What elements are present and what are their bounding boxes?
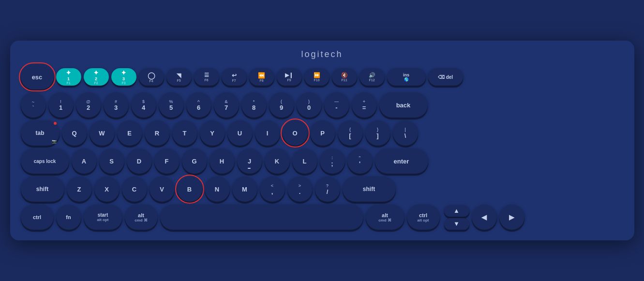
key-tab[interactable]: tab 📷 [21, 120, 60, 146]
key-quote[interactable]: " ' [347, 148, 373, 174]
key-f1[interactable]: ✦ 1 F1 [56, 68, 81, 86]
key-r[interactable]: R [145, 120, 170, 146]
key-1[interactable]: ! 1 [48, 92, 74, 118]
key-capslock[interactable]: caps lock [21, 148, 69, 174]
key-f11[interactable]: 🔇 F11 [332, 68, 357, 86]
keyboard-wrapper: logitech esc ✦ 1 F1 ✦ 2 F2 ✦ 3 F3 [10, 41, 634, 240]
key-5[interactable]: % 5 [159, 92, 184, 118]
key-m[interactable]: M [232, 177, 257, 202]
key-4[interactable]: $ 4 [131, 92, 156, 118]
shift-row: shift Z X C V B N M < , > . ? / shift [21, 177, 624, 202]
key-f8[interactable]: ⏪ F8 [249, 68, 274, 86]
key-comma[interactable]: < , [260, 177, 285, 202]
key-f6[interactable]: ☰ F6 [194, 68, 219, 86]
key-8[interactable]: * 8 [241, 92, 267, 118]
key-k[interactable]: K [265, 148, 290, 174]
key-fn[interactable]: fn [56, 205, 81, 230]
key-y[interactable]: Y [200, 120, 225, 146]
bottom-row: ctrl fn start alt opt alt cmd ⌘ alt cmd … [21, 205, 624, 230]
key-f3[interactable]: ✦ 3 F3 [111, 68, 136, 86]
key-esc[interactable]: esc [21, 64, 54, 89]
key-l[interactable]: L [292, 148, 317, 174]
key-u[interactable]: U [227, 120, 253, 146]
key-f2[interactable]: ✦ 2 F2 [84, 68, 109, 86]
key-bracket-left[interactable]: { [ [338, 120, 363, 146]
key-3[interactable]: # 3 [104, 92, 129, 118]
home-row: caps lock A S D F G H J K L : ; " ' ente… [21, 148, 624, 174]
key-start[interactable]: start alt opt [84, 205, 122, 230]
brand-logo: logitech [21, 49, 624, 59]
key-d[interactable]: D [127, 148, 152, 174]
key-ctrl-left[interactable]: ctrl [21, 205, 54, 230]
key-f[interactable]: F [154, 148, 180, 174]
key-6[interactable]: ^ 6 [186, 92, 211, 118]
key-backslash[interactable]: | \ [393, 120, 418, 146]
key-7[interactable]: & 7 [214, 92, 239, 118]
key-f9[interactable]: ▶❙ F9 [277, 68, 302, 86]
key-z[interactable]: Z [67, 177, 92, 202]
key-shift-right[interactable]: shift [343, 177, 396, 202]
key-9[interactable]: ( 9 [269, 92, 294, 118]
key-space[interactable] [160, 205, 363, 230]
key-v[interactable]: V [150, 177, 175, 202]
key-backspace[interactable]: back [379, 92, 428, 118]
key-bracket-right[interactable]: } ] [365, 120, 390, 146]
key-2[interactable]: @ 2 [76, 92, 101, 118]
key-0[interactable]: ) 0 [297, 92, 322, 118]
key-tilde[interactable]: ~ ` [21, 92, 46, 118]
key-i[interactable]: I [255, 120, 280, 146]
key-semicolon[interactable]: : ; [320, 148, 345, 174]
key-f10[interactable]: ⏩ F10 [304, 68, 329, 86]
key-f5[interactable]: ◥ F5 [166, 68, 192, 86]
key-enter[interactable]: enter [375, 148, 428, 174]
key-w[interactable]: W [90, 120, 115, 146]
key-f7[interactable]: ↩ F7 [222, 68, 247, 86]
key-ins[interactable]: ins 🌎 [387, 68, 426, 86]
key-x[interactable]: X [94, 177, 120, 202]
key-alt-right[interactable]: alt cmd ⌘ [366, 205, 404, 230]
key-h[interactable]: H [210, 148, 235, 174]
key-equals[interactable]: + = [352, 92, 377, 118]
key-a[interactable]: A [72, 148, 97, 174]
key-c[interactable]: C [122, 177, 147, 202]
key-period[interactable]: > . [287, 177, 313, 202]
key-slash[interactable]: ? / [315, 177, 340, 202]
key-del[interactable]: ⌫ del [428, 68, 463, 86]
key-j[interactable]: J [237, 148, 262, 174]
key-arrow-down[interactable]: ▼ [444, 218, 469, 230]
key-arrow-up[interactable]: ▲ [444, 205, 469, 217]
key-g[interactable]: G [182, 148, 207, 174]
key-alt-left[interactable]: alt cmd ⌘ [125, 205, 158, 230]
key-p[interactable]: P [310, 120, 335, 146]
key-q[interactable]: Q [62, 120, 87, 146]
key-o[interactable]: O [283, 120, 308, 146]
key-ctrl-right[interactable]: ctrl alt opt [407, 205, 440, 230]
keyboard-rows: esc ✦ 1 F1 ✦ 2 F2 ✦ 3 F3 ◯ F4 ◥ [21, 64, 624, 230]
key-e[interactable]: E [117, 120, 142, 146]
key-arrow-right[interactable]: ▶ [499, 205, 524, 230]
key-f12[interactable]: 🔊 F12 [359, 68, 385, 86]
key-minus[interactable]: — - [324, 92, 349, 118]
key-arrow-left[interactable]: ◀ [472, 205, 497, 230]
key-t[interactable]: T [172, 120, 197, 146]
fn-row: esc ✦ 1 F1 ✦ 2 F2 ✦ 3 F3 ◯ F4 ◥ [21, 64, 624, 89]
key-shift-left[interactable]: shift [21, 177, 64, 202]
key-b[interactable]: B [177, 177, 202, 202]
key-n[interactable]: N [205, 177, 230, 202]
key-f4[interactable]: ◯ F4 [139, 68, 164, 86]
key-s[interactable]: S [99, 148, 124, 174]
number-row: ~ ` ! 1 @ 2 # 3 $ 4 % 5 [21, 92, 624, 118]
qwerty-row: tab 📷 Q W E R T Y U I O P { [ } ] | [21, 120, 624, 146]
